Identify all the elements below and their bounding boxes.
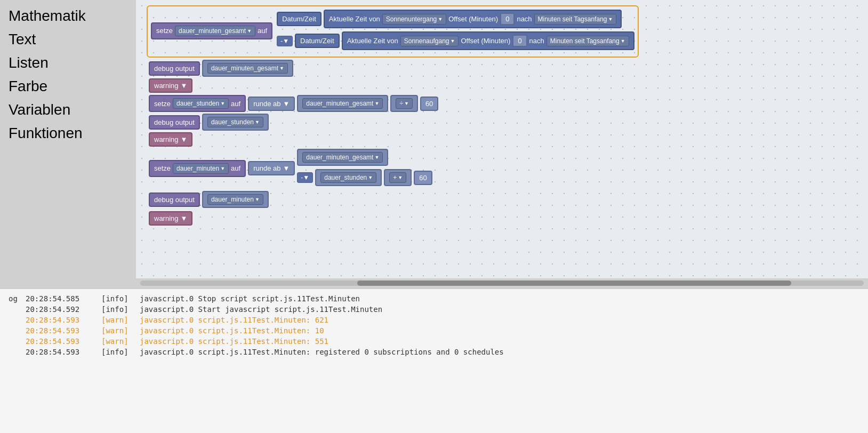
scrollbar-thumb[interactable] (357, 280, 791, 286)
plus-dropdown[interactable]: + (389, 172, 406, 183)
offset-val-1[interactable]: 0 (500, 13, 515, 25)
warning-arrow-1: ▼ (181, 82, 188, 90)
debug-output-label-3: debug output (154, 196, 195, 204)
warning-arrow-2: ▼ (181, 135, 188, 143)
block-debug-2[interactable]: debug output (149, 115, 200, 130)
block-aktuelle-zeit-1[interactable]: Aktuelle Zeit von Sonnenuntergang Offset… (324, 10, 622, 28)
block-runde-ab-1[interactable]: runde ab ▼ (248, 97, 295, 111)
log-prefix: og (9, 294, 19, 303)
minuten-seit-tagsanfang-dropdown-1[interactable]: Minuten seit Tagsanfang (534, 14, 617, 25)
minus-button[interactable]: -▼ (277, 36, 293, 46)
block-debug-1[interactable]: debug output (149, 61, 200, 76)
log-entry: 20:28:54.593 [warn] javascript.0 script.… (9, 315, 859, 325)
block-warning-2[interactable]: warning ▼ (149, 132, 192, 147)
log-time: 20:28:54.585 (26, 294, 95, 303)
block-setze-2[interactable]: setze dauer_stunden auf (149, 95, 246, 112)
nach-label-1: nach (517, 15, 532, 23)
log-entry: 20:28:54.593 [info] javascript.0 script.… (9, 347, 859, 357)
offset-label-1: Offset (Minuten) (448, 15, 498, 23)
sidebar-item-listen[interactable]: Listen (9, 52, 127, 74)
log-entry: 20:28:54.593 [warn] javascript.0 script.… (9, 336, 859, 347)
sidebar-item-text[interactable]: Text (9, 29, 127, 50)
offset-val-2[interactable]: 0 (512, 35, 527, 47)
block-warning-1[interactable]: warning ▼ (149, 78, 192, 93)
var-dm-block-1[interactable]: dauer_minuten (202, 191, 269, 208)
block-div[interactable]: ÷ (390, 95, 418, 112)
block-datetime-2[interactable]: Datum/Zeit (295, 34, 340, 48)
log-msg: javascript.0 Stop script script.js.11Tes… (140, 294, 859, 303)
aktuelle-zeit-von-label-2: Aktuelle Zeit von (347, 37, 398, 45)
log-time: 20:28:54.593 (26, 348, 95, 356)
log-time: 20:28:54.592 (26, 305, 95, 314)
sidebar-item-farbe[interactable]: Farbe (9, 76, 127, 97)
var-dmg-block-2[interactable]: dauer_minuten_gesamt (297, 95, 388, 112)
minuten-seit-tagsanfang-dropdown-2[interactable]: Minuten seit Tagsanfang (546, 36, 629, 46)
var-dauer-minuten-dropdown[interactable]: dauer_minuten (173, 163, 229, 174)
div-dropdown[interactable]: ÷ (396, 98, 413, 109)
block-aktuelle-zeit-2[interactable]: Aktuelle Zeit von Sonnenaufgang Offset (… (342, 31, 634, 50)
var-dmg-dropdown-1[interactable]: dauer_minuten_gesamt (207, 63, 288, 74)
log-entry: 20:28:54.592 [info] javascript.0 Start j… (9, 304, 859, 315)
debug-output-label-2: debug output (154, 118, 195, 126)
log-entry: og 20:28:54.585 [info] javascript.0 Stop… (9, 293, 859, 304)
datumzeit-label-1: Datum/Zeit (282, 15, 316, 23)
sidebar-item-funktionen[interactable]: Funktionen (9, 123, 127, 144)
var-dmg-dropdown-2[interactable]: dauer_minuten_gesamt (302, 98, 383, 109)
warning-label-2: warning (154, 135, 179, 143)
minus-button-2[interactable]: -▼ (297, 172, 313, 183)
var-dm-dropdown-1[interactable]: dauer_minuten (207, 194, 263, 205)
warning-label-1: warning (154, 82, 179, 90)
block-setze-1[interactable]: setze dauer_minuten_gesamt auf (151, 22, 272, 39)
sidebar-item-variablen[interactable]: Variablen (9, 99, 127, 121)
block-runde-ab-2[interactable]: runde ab ▼ (248, 161, 295, 175)
log-level: [info] (101, 294, 133, 303)
aktuelle-zeit-von-label-1: Aktuelle Zeit von (329, 15, 380, 23)
auf-label-2: auf (231, 100, 240, 108)
block-group-1: setze dauer_minuten_gesamt auf Datum/Zei… (147, 5, 639, 227)
log-level: [warn] (101, 326, 133, 335)
horizontal-scrollbar[interactable] (136, 278, 868, 288)
auf-label-1: auf (258, 27, 267, 35)
var-ds-dropdown-2[interactable]: dauer_stunden (320, 172, 376, 183)
block-debug-3[interactable]: debug output (149, 193, 200, 207)
runde-ab-label-2: runde ab (253, 164, 280, 172)
var-dmg-dropdown-3[interactable]: dauer_minuten_gesamt (302, 152, 383, 163)
var-ds-block-1[interactable]: dauer_stunden (202, 114, 269, 131)
var-ds-dropdown-1[interactable]: dauer_stunden (207, 117, 263, 127)
var-dauer-stunden-dropdown[interactable]: dauer_stunden (173, 98, 229, 109)
block-warning-3[interactable]: warning ▼ (149, 211, 192, 226)
sidebar: Mathematik Text Listen Farbe Variablen F… (0, 0, 136, 288)
setze-label: setze (156, 27, 173, 35)
block-setze-3[interactable]: setze dauer_minuten auf (149, 160, 246, 177)
var-ds-block-2[interactable]: dauer_stunden (315, 169, 382, 186)
log-time: 20:28:54.593 (26, 337, 95, 346)
log-level: [warn] (101, 316, 133, 324)
log-msg: javascript.0 Start javascript script.js.… (140, 305, 859, 314)
log-msg: javascript.0 script.js.11Test.Minuten: 6… (140, 316, 859, 324)
block-datetime-1[interactable]: Datum/Zeit (277, 12, 322, 26)
sidebar-item-mathematik[interactable]: Mathematik (9, 5, 127, 27)
block-num-60b[interactable]: 60 (414, 171, 432, 185)
log-time: 20:28:54.593 (26, 326, 95, 335)
var-dauer-minuten-gesamt-dropdown-1[interactable]: dauer_minuten_gesamt (175, 26, 255, 36)
log-level: [info] (101, 348, 133, 356)
log-level: [info] (101, 305, 133, 314)
log-area: og 20:28:54.585 [info] javascript.0 Stop… (0, 288, 868, 433)
setze-label-3: setze (154, 164, 171, 172)
offset-label-2: Offset (Minuten) (461, 37, 510, 45)
var-dmg-block-1[interactable]: dauer_minuten_gesamt (202, 60, 293, 77)
log-msg: javascript.0 script.js.11Test.Minuten: 5… (140, 337, 859, 346)
runde-ab-arrow-1: ▼ (283, 100, 290, 108)
nach-label-2: nach (529, 37, 544, 45)
log-time: 20:28:54.593 (26, 316, 95, 324)
warning-label-3: warning (154, 214, 179, 222)
debug-output-label-1: debug output (154, 65, 195, 73)
log-level: [warn] (101, 337, 133, 346)
sonnenaufgang-dropdown[interactable]: Sonnenaufgang (400, 36, 459, 46)
block-num-60a[interactable]: 60 (420, 97, 438, 111)
block-plus[interactable]: + (384, 169, 412, 186)
setze-label-2: setze (154, 100, 171, 108)
var-dmg-block-3[interactable]: dauer_minuten_gesamt (297, 149, 388, 166)
sonnenuntergang-dropdown[interactable]: Sonnenuntergang (382, 14, 446, 25)
datumzeit-label-2: Datum/Zeit (300, 37, 334, 45)
